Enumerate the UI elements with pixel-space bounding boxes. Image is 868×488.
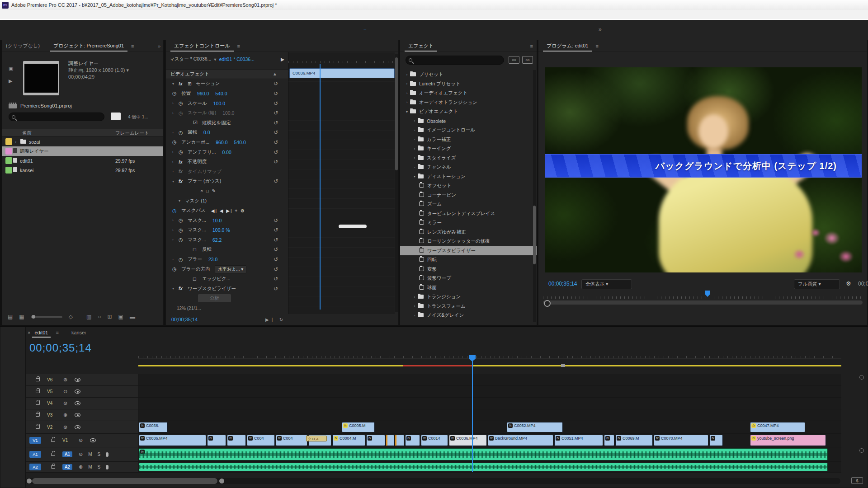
timeline-clip[interactable]: fxC0069.M	[615, 435, 653, 446]
expander-icon[interactable]: ›	[172, 111, 179, 115]
track-output-eye-icon[interactable]	[75, 389, 80, 394]
property-value[interactable]: 0.0	[203, 130, 210, 135]
playback-quality-dropdown[interactable]: フル画質 ▾	[794, 279, 840, 289]
close-icon[interactable]: ×	[28, 330, 30, 335]
effect-property-row[interactable]: › ◷ スケール (幅) 100.0 ↺	[166, 108, 288, 118]
menu-item[interactable]	[58, 14, 66, 15]
track-lane[interactable]	[138, 374, 841, 385]
chevron-down-icon[interactable]: ▾	[214, 56, 216, 62]
voiceover-mic-icon[interactable]	[106, 452, 108, 457]
icon-view-button[interactable]: ▦	[19, 314, 24, 320]
razor-tool[interactable]	[0, 364, 25, 376]
effect-property-row[interactable]: › ◷ スケール 100.0 ↺	[166, 99, 288, 108]
effect-property-row[interactable]: › ◷ マスク... 62.2 ↺	[166, 235, 288, 245]
track-lane[interactable]	[138, 386, 841, 397]
audio-clip[interactable]: fx	[139, 448, 828, 460]
property-value[interactable]: 960.0	[197, 91, 209, 96]
effect-property-row[interactable]: □ 反転 ↺	[166, 245, 288, 255]
workspace-tab[interactable]	[396, 27, 410, 33]
label-color-chip[interactable]	[5, 148, 12, 155]
effects-tree-item[interactable]: ワープスタビライザー	[400, 246, 537, 256]
zoom-level-dropdown[interactable]: 全体表示 ▾	[581, 279, 632, 289]
effect-property-row[interactable]: › ◷ マスク... 10.0 ↺	[166, 216, 288, 225]
row-extra-icons[interactable]: ○ □ ✎	[200, 188, 217, 193]
effect-property-row[interactable]: ☑ 縦横比を固定 ↺	[166, 118, 288, 128]
expander-icon[interactable]: ▾	[172, 179, 179, 183]
workspace-tab[interactable]	[302, 27, 316, 33]
audio-clip[interactable]	[139, 463, 828, 471]
reset-icon[interactable]: ↺	[274, 110, 278, 116]
play-icon[interactable]: ▶	[9, 78, 12, 84]
reset-icon[interactable]: ↺	[274, 90, 278, 97]
work-area-handle[interactable]	[561, 364, 565, 367]
find-icon[interactable]: ○	[98, 314, 101, 320]
effect-property-row[interactable]: ビデオエフェクト ▲	[166, 69, 288, 79]
program-scrubber[interactable]	[543, 300, 863, 305]
timeline-clip[interactable]: クロス	[306, 436, 327, 441]
track-name[interactable]: V2	[47, 425, 57, 430]
track-lane[interactable]: fxC0038.fxC0005.MfxC0052.MP4fxC0047.MP4	[138, 421, 841, 433]
delete-icon[interactable]: ▬	[130, 314, 135, 320]
track-name[interactable]: A2	[62, 464, 72, 470]
effect-property-row[interactable]: ◷ ブラーの方向 水平およ... ▾ ↺	[166, 264, 288, 274]
column-header-name[interactable]: 名前	[22, 130, 32, 136]
stopwatch-icon[interactable]: ◷	[172, 139, 181, 145]
tab-effect-controls[interactable]: エフェクトコントロール	[170, 40, 234, 52]
source-patch-badge[interactable]: A1	[29, 451, 41, 458]
row-extra-icons[interactable]: ◀| ◀ ▶| + ⚙	[211, 208, 245, 213]
program-timecode[interactable]: 00;00;35;14	[548, 281, 577, 287]
track-lane[interactable]	[138, 398, 841, 409]
project-search-input[interactable]	[9, 113, 104, 121]
effect-property-row[interactable]: □ エッジピク... ↺	[166, 274, 288, 284]
in-out-filter-icon[interactable]	[111, 113, 121, 120]
effects-tree-item[interactable]: › カラー補正	[400, 135, 537, 145]
clip-bar[interactable]: C0036.MP4	[289, 68, 395, 78]
reset-icon[interactable]: ↺	[274, 159, 278, 165]
stopwatch-icon[interactable]: ◷	[172, 266, 181, 272]
program-mini-ruler[interactable]	[543, 293, 863, 299]
expander-icon[interactable]: ›	[404, 73, 410, 77]
effect-property-row[interactable]: 分析	[166, 294, 288, 304]
effects-tree-item[interactable]: 波形ワープ	[400, 274, 537, 283]
expander-icon[interactable]: ›	[411, 128, 418, 132]
solo-button[interactable]: S	[98, 452, 101, 457]
effect-property-row[interactable]: ○ □ ✎	[166, 186, 288, 196]
play-loop-icons[interactable]: ▶| ↻	[265, 317, 286, 322]
new-bin-icon[interactable]: ⊞	[108, 314, 112, 320]
sync-lock-icon[interactable]: ⊜	[63, 412, 67, 418]
timeline-corner-box[interactable]: $	[851, 477, 863, 484]
track-lane[interactable]	[138, 462, 841, 472]
timeline-clip[interactable]: fxC004	[247, 435, 275, 446]
tab-no-clip[interactable]: (クリップなし)	[2, 40, 43, 52]
effects-tree-item[interactable]: › オーディオエフェクト	[400, 89, 537, 98]
workspace-tab[interactable]	[414, 27, 428, 33]
timeline-ruler[interactable]	[138, 349, 841, 359]
property-value[interactable]: 0.00	[222, 150, 231, 155]
selection-tool[interactable]	[0, 327, 25, 339]
effects-tree-item[interactable]: レンズゆがみ補正	[400, 228, 537, 237]
timeline-timecode[interactable]: 00;00;35;14	[29, 342, 92, 354]
timeline-clip[interactable]: fx	[366, 435, 385, 446]
stopwatch-icon[interactable]: ◷	[179, 149, 188, 155]
voiceover-mic-icon[interactable]	[106, 465, 108, 469]
effect-property-row[interactable]: ▾ fx ブラー (ガウス) ↺	[166, 177, 288, 187]
effect-property-row[interactable]: › fx タイムリマップ	[166, 167, 288, 177]
effect-property-row[interactable]: › ◷ ブラー 23.0 ↺	[166, 254, 288, 264]
reset-icon[interactable]: ↺	[274, 139, 278, 145]
timeline-clip[interactable]: fx	[709, 435, 723, 446]
expander-icon[interactable]: ›	[404, 91, 410, 95]
property-value[interactable]: 100.0	[213, 101, 225, 106]
property-value[interactable]: 540.0	[215, 91, 227, 96]
stopwatch-icon[interactable]: ◷	[172, 208, 181, 214]
timeline-clip[interactable]: fxC0004.M	[332, 435, 365, 446]
label-color-chip[interactable]	[5, 138, 12, 145]
stopwatch-icon[interactable]: ◷	[179, 100, 188, 106]
expander-icon[interactable]: ›	[172, 101, 179, 105]
track-lock-icon[interactable]	[36, 413, 40, 417]
timeline-clip[interactable]: fxBackGround.MP4	[488, 435, 553, 446]
track-output-eye-icon[interactable]	[75, 401, 80, 405]
expander-icon[interactable]: ▾	[172, 82, 179, 86]
32bit-effects-icon[interactable]: oo	[522, 56, 533, 64]
expander-icon[interactable]: ›	[411, 147, 418, 151]
panel-menu-icon[interactable]: ≡	[56, 330, 59, 335]
